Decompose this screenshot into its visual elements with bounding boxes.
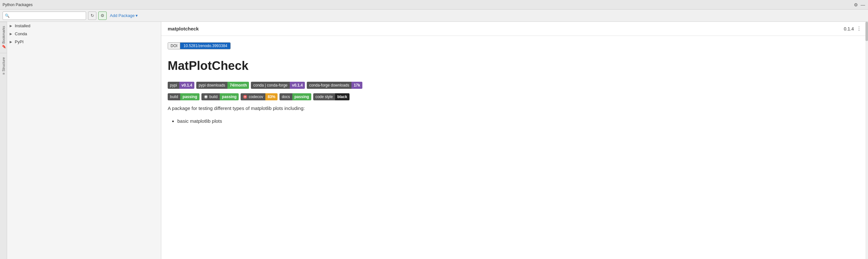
package-description: A package for testing different types of…: [168, 105, 862, 112]
doi-label: DOI: [168, 43, 180, 49]
add-package-arrow-icon: ▾: [135, 13, 138, 18]
search-icon: 🔍: [5, 13, 10, 18]
installed-label: Installed: [15, 24, 30, 28]
badge-build-1[interactable]: build passing: [168, 93, 199, 100]
conda-label: Conda: [15, 31, 27, 36]
vertical-tabs: 🔖 Bookmarks ≡ Structure: [0, 22, 7, 259]
badges-row-2: build passing build passing: [168, 93, 862, 100]
main-layout: 🔖 Bookmarks ≡ Structure ▶ Installed ▶ Co…: [0, 22, 868, 259]
more-options-button[interactable]: ⋮: [857, 26, 862, 32]
doi-value: 10.5281/zenodo.3993384: [180, 43, 230, 49]
bookmarks-label: Bookmarks: [2, 26, 5, 44]
badge-pypi-version[interactable]: pypi v0.1.4: [168, 82, 194, 89]
badge-build2-left: build: [202, 93, 220, 100]
refresh-button[interactable]: ↻: [88, 11, 96, 20]
badge-codecov[interactable]: codecov 83%: [241, 93, 278, 100]
badge-codestyle[interactable]: code style black: [313, 93, 349, 100]
badge-build1-right: passing: [180, 93, 199, 100]
add-package-label: Add Package: [110, 13, 134, 18]
sidebar-item-installed[interactable]: ▶ Installed: [7, 22, 161, 30]
package-version: 0.1.4: [844, 26, 854, 31]
svg-point-1: [205, 96, 207, 98]
bookmark-icon: 🔖: [1, 45, 5, 49]
badge-conda-left: conda | conda-forge: [251, 82, 290, 89]
list-item: basic matplotlib plots: [177, 117, 862, 125]
search-input[interactable]: [11, 13, 84, 18]
doi-badge[interactable]: DOI 10.5281/zenodo.3993384: [168, 42, 231, 49]
structure-tab[interactable]: ≡ Structure: [0, 53, 7, 78]
circleci-icon: [204, 95, 208, 99]
installed-arrow-icon: ▶: [10, 24, 13, 28]
structure-icon: ≡: [2, 73, 5, 75]
package-header: matplotcheck 0.1.4 ⋮: [161, 22, 868, 36]
conda-arrow-icon: ▶: [10, 32, 13, 36]
title-bar-controls: ⚙ —: [853, 2, 865, 7]
badge-conda-dl-left: conda-forge downloads: [307, 82, 351, 89]
app-title: Python Packages: [3, 3, 32, 7]
badge-codestyle-left: code style: [313, 93, 335, 100]
badge-pypi-dl-right: 74/month: [227, 82, 249, 89]
settings-title-button[interactable]: ⚙: [853, 2, 858, 7]
package-name: matplotcheck: [168, 26, 199, 31]
badge-codecov-right: 83%: [265, 93, 278, 100]
badge-codestyle-right: black: [335, 93, 349, 100]
badge-docs-left: docs: [279, 93, 292, 100]
bookmarks-tab[interactable]: 🔖 Bookmarks: [0, 22, 7, 53]
badge-pypi-downloads[interactable]: pypi downloads 74/month: [196, 82, 249, 89]
package-heading: MatPlotCheck: [168, 59, 862, 73]
badge-conda-right: v0.1.4: [290, 82, 305, 89]
pypi-label: PyPI: [15, 39, 24, 44]
search-box: 🔍: [3, 11, 86, 20]
package-content: DOI 10.5281/zenodo.3993384 MatPlotCheck …: [161, 36, 868, 132]
minimize-button[interactable]: —: [860, 2, 865, 7]
codecov-icon: [243, 95, 247, 99]
badge-docs-right: passing: [292, 93, 311, 100]
badge-conda-version[interactable]: conda | conda-forge v0.1.4: [251, 82, 305, 89]
badge-pypi-version-right: v0.1.4: [179, 82, 194, 89]
badges-row-1: pypi v0.1.4 pypi downloads 74/month cond…: [168, 82, 862, 89]
structure-label: Structure: [2, 57, 5, 72]
left-panel: ▶ Installed ▶ Conda ▶ PyPI: [7, 22, 161, 259]
title-bar: Python Packages ⚙ —: [0, 0, 868, 10]
badge-conda-downloads[interactable]: conda-forge downloads 17k: [307, 82, 362, 89]
badge-pypi-version-left: pypi: [168, 82, 179, 89]
scrollbar[interactable]: [865, 22, 868, 259]
pypi-arrow-icon: ▶: [10, 40, 13, 44]
sidebar-item-conda[interactable]: ▶ Conda: [7, 30, 161, 38]
right-panel: matplotcheck 0.1.4 ⋮ DOI 10.5281/zenodo.…: [161, 22, 868, 259]
badge-codecov-left: codecov: [241, 93, 265, 100]
settings-button[interactable]: ⚙: [98, 11, 107, 20]
badge-build2-right: passing: [220, 93, 239, 100]
gear-icon: ⚙: [100, 13, 104, 18]
badge-build-2[interactable]: build passing: [202, 93, 239, 100]
feature-list: basic matplotlib plots: [168, 117, 862, 125]
package-version-area: 0.1.4 ⋮: [844, 26, 862, 32]
badge-pypi-dl-left: pypi downloads: [196, 82, 227, 89]
badge-conda-dl-right: 17k: [351, 82, 362, 89]
add-package-button[interactable]: Add Package ▾: [108, 12, 139, 18]
scroll-thumb[interactable]: [865, 22, 868, 41]
toolbar: 🔍 ↻ ⚙ Add Package ▾: [0, 10, 868, 22]
sidebar-item-pypi[interactable]: ▶ PyPI: [7, 38, 161, 46]
refresh-icon: ↻: [91, 13, 94, 18]
badge-build1-left: build: [168, 93, 180, 100]
badge-docs[interactable]: docs passing: [279, 93, 311, 100]
